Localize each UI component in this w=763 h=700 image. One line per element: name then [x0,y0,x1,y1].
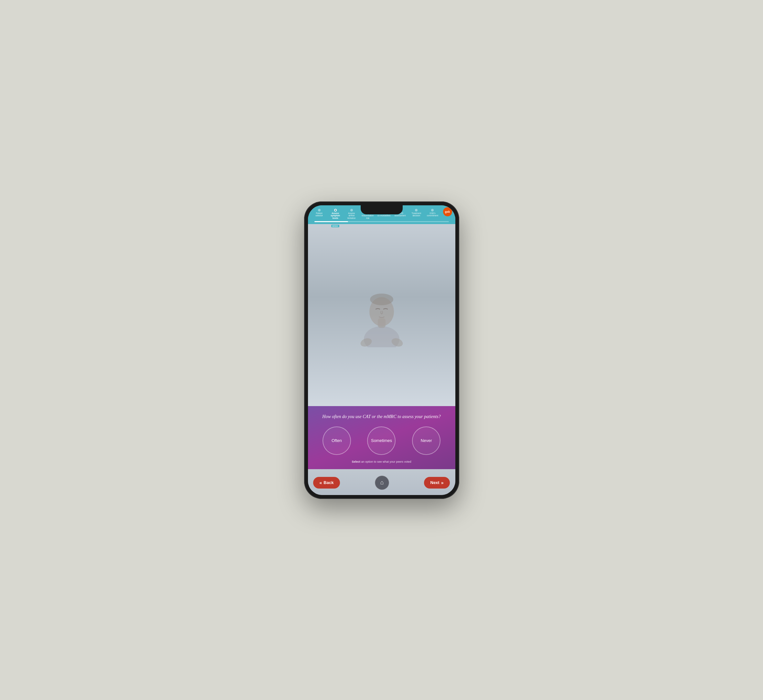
bottom-navigation: « Back ⌂ Next » [308,473,456,492]
option-often[interactable]: Often [323,427,351,455]
home-button[interactable]: ⌂ [375,476,389,490]
bottom-area: « Back ⌂ Next » [308,469,456,495]
nav-step-assess-airflow[interactable]: Assessairflowlimitation [343,208,360,220]
svg-point-3 [370,294,393,305]
nav-step-gsk-commitment[interactable]: GSK'scommitment [424,208,440,217]
nav-dot [318,209,321,211]
patient-image [308,224,456,406]
nav-dot [431,209,434,211]
nav-dot-active [334,209,337,211]
question-text: How often do you use CAT or the mMRC to … [314,413,449,420]
phone-frame: gsk Patientselector Assesssymptomlevels … [304,202,459,499]
home-icon: ⌂ [381,479,384,486]
nav-step-assess-symptom[interactable]: Assesssymptomlevels [328,208,343,220]
progress-fill [314,221,348,222]
nav-step-patient-selector[interactable]: Patientselector [311,208,328,217]
next-button[interactable]: Next » [424,477,450,489]
gsk-logo: gsk [443,207,452,216]
high-badge: HIGH [331,225,339,227]
nav-dot [350,209,353,211]
nav-dot [415,209,418,211]
back-button[interactable]: « Back [313,477,340,489]
phone-screen: gsk Patientselector Assesssymptomlevels … [308,205,456,495]
next-chevron-icon: » [441,480,444,485]
select-hint: Select an option to see what your peers … [314,460,449,463]
phone-notch [360,205,403,214]
progress-bar [314,221,449,222]
back-chevron-icon: « [320,480,322,485]
option-sometimes[interactable]: Sometimes [367,427,396,455]
option-never[interactable]: Never [412,427,440,455]
patient-figure [353,283,411,347]
options-row: Often Sometimes Never [314,427,449,455]
nav-step-treatment-decision[interactable]: Treatmentdecision [408,208,424,217]
question-card: How often do you use CAT or the mMRC to … [308,406,456,469]
